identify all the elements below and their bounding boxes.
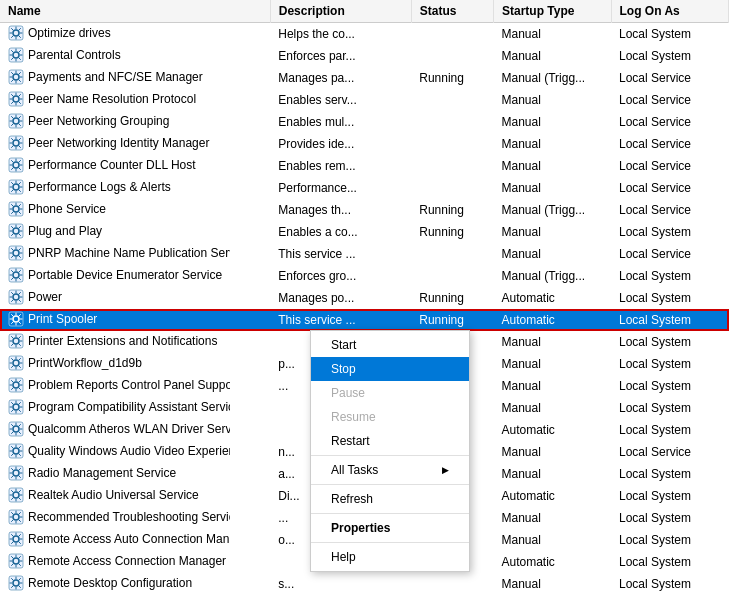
service-startup-type: Manual	[494, 89, 612, 111]
service-logon: Local Service	[611, 89, 729, 111]
context-menu-item-label: Refresh	[331, 492, 373, 506]
submenu-arrow-icon: ▶	[442, 465, 449, 475]
column-header-logon[interactable]: Log On As	[611, 0, 729, 23]
table-row[interactable]: Portable Device Enumerator ServiceEnforc…	[0, 265, 729, 287]
service-startup-type: Manual	[494, 529, 612, 551]
service-startup-type: Manual	[494, 243, 612, 265]
service-startup-type: Manual	[494, 397, 612, 419]
service-name-cell: Recommended Troubleshooting Service	[0, 507, 230, 527]
service-startup-type: Automatic	[494, 419, 612, 441]
service-logon: Local System	[611, 551, 729, 573]
service-name-label: Optimize drives	[28, 26, 111, 40]
table-row[interactable]: Print SpoolerThis service ...RunningAuto…	[0, 309, 729, 331]
context-menu-item-help[interactable]: Help	[311, 545, 469, 569]
service-description: s...	[270, 573, 411, 595]
context-menu-item-label: Pause	[331, 386, 365, 400]
service-name-cell: Performance Logs & Alerts	[0, 177, 230, 197]
service-icon	[8, 509, 24, 525]
context-menu-item-refresh[interactable]: Refresh	[311, 487, 469, 511]
table-row[interactable]: PNRP Machine Name Publication ServiceThi…	[0, 243, 729, 265]
service-name-cell: Portable Device Enumerator Service	[0, 265, 230, 285]
service-status	[411, 265, 493, 287]
service-name-label: Problem Reports Control Panel Support	[28, 378, 230, 392]
table-row[interactable]: Plug and PlayEnables a co...RunningManua…	[0, 221, 729, 243]
service-icon	[8, 421, 24, 437]
service-startup-type: Manual	[494, 441, 612, 463]
service-startup-type: Manual	[494, 353, 612, 375]
service-startup-type: Manual	[494, 111, 612, 133]
service-name-cell: Qualcomm Atheros WLAN Driver Service	[0, 419, 230, 439]
context-menu-separator	[311, 513, 469, 514]
service-icon	[8, 25, 24, 41]
service-name-label: Remote Desktop Configuration	[28, 576, 192, 590]
context-menu-item-label: Properties	[331, 521, 390, 535]
service-status	[411, 89, 493, 111]
column-header-status[interactable]: Status	[411, 0, 493, 23]
context-menu-item-label: Restart	[331, 434, 370, 448]
service-logon: Local System	[611, 507, 729, 529]
service-icon	[8, 91, 24, 107]
service-name-label: Performance Logs & Alerts	[28, 180, 171, 194]
service-logon: Local Service	[611, 111, 729, 133]
context-menu-item-restart[interactable]: Restart	[311, 429, 469, 453]
context-menu-item-resume: Resume	[311, 405, 469, 429]
service-icon	[8, 553, 24, 569]
service-logon: Local System	[611, 463, 729, 485]
service-status: Running	[411, 199, 493, 221]
service-description: This service ...	[270, 243, 411, 265]
service-name-cell: Plug and Play	[0, 221, 230, 241]
table-row[interactable]: Parental ControlsEnforces par...ManualLo…	[0, 45, 729, 67]
service-name-label: Portable Device Enumerator Service	[28, 268, 222, 282]
table-row[interactable]: Peer Name Resolution ProtocolEnables ser…	[0, 89, 729, 111]
service-icon	[8, 69, 24, 85]
service-logon: Local Service	[611, 441, 729, 463]
service-name-cell: Peer Name Resolution Protocol	[0, 89, 230, 109]
service-description: Manages pa...	[270, 67, 411, 89]
service-logon: Local System	[611, 419, 729, 441]
service-name-cell: Phone Service	[0, 199, 230, 219]
service-name-cell: PNRP Machine Name Publication Service	[0, 243, 230, 263]
service-logon: Local Service	[611, 155, 729, 177]
service-startup-type: Automatic	[494, 485, 612, 507]
context-menu-separator	[311, 542, 469, 543]
context-menu-item-properties[interactable]: Properties	[311, 516, 469, 540]
table-row[interactable]: Remote Desktop Configurations...ManualLo…	[0, 573, 729, 595]
service-icon	[8, 135, 24, 151]
service-startup-type: Manual (Trigg...	[494, 265, 612, 287]
service-name-cell: Radio Management Service	[0, 463, 230, 483]
service-icon	[8, 223, 24, 239]
service-name-label: Program Compatibility Assistant Service	[28, 400, 230, 414]
service-icon	[8, 333, 24, 349]
service-name-label: Peer Networking Identity Manager	[28, 136, 209, 150]
service-name-cell: Performance Counter DLL Host	[0, 155, 230, 175]
column-header-startup[interactable]: Startup Type	[494, 0, 612, 23]
table-row[interactable]: Phone ServiceManages th...RunningManual …	[0, 199, 729, 221]
table-row[interactable]: Peer Networking GroupingEnables mul...Ma…	[0, 111, 729, 133]
table-row[interactable]: Optimize drivesHelps the co...ManualLoca…	[0, 23, 729, 45]
service-status	[411, 111, 493, 133]
service-status	[411, 573, 493, 595]
service-icon	[8, 575, 24, 591]
table-row[interactable]: Performance Logs & AlertsPerformance...M…	[0, 177, 729, 199]
table-row[interactable]: Performance Counter DLL HostEnables rem.…	[0, 155, 729, 177]
service-icon	[8, 245, 24, 261]
context-menu-item-start[interactable]: Start	[311, 333, 469, 357]
service-startup-type: Manual	[494, 507, 612, 529]
service-name-label: Peer Networking Grouping	[28, 114, 169, 128]
service-name-label: Plug and Play	[28, 224, 102, 238]
table-row[interactable]: PowerManages po...RunningAutomaticLocal …	[0, 287, 729, 309]
service-logon: Local Service	[611, 67, 729, 89]
column-header-name[interactable]: Name	[0, 0, 270, 23]
service-status	[411, 155, 493, 177]
context-menu-item-stop[interactable]: Stop	[311, 357, 469, 381]
service-name-cell: Payments and NFC/SE Manager	[0, 67, 230, 87]
service-logon: Local Service	[611, 177, 729, 199]
service-name-cell: PrintWorkflow_d1d9b	[0, 353, 230, 373]
service-name-label: Peer Name Resolution Protocol	[28, 92, 196, 106]
service-status: Running	[411, 221, 493, 243]
context-menu-item-all-tasks[interactable]: All Tasks▶	[311, 458, 469, 482]
column-header-description[interactable]: Description	[270, 0, 411, 23]
table-row[interactable]: Payments and NFC/SE ManagerManages pa...…	[0, 67, 729, 89]
service-startup-type: Automatic	[494, 287, 612, 309]
table-row[interactable]: Peer Networking Identity ManagerProvides…	[0, 133, 729, 155]
